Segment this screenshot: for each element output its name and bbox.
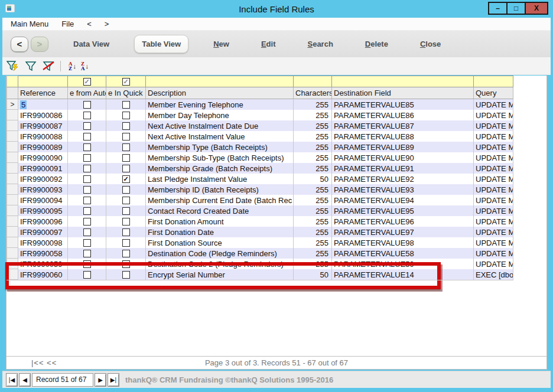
record-previous-button[interactable]: ◀ [19,373,31,387]
cell-reference[interactable]: IFR9900097 [18,227,68,237]
sort-descending-icon[interactable]: Z A ↓ [81,61,89,71]
from-auto-checkbox[interactable] [83,228,91,236]
cell-description[interactable]: First Donation Amount [146,216,294,227]
cell-characters[interactable]: 255 [294,227,332,237]
table-row-IFR9900089[interactable]: IFR9900089Membership Type (Batch Receipt… [6,142,513,152]
cell-destination-field[interactable]: PARAMETERVALUE86 [332,110,474,120]
column-header-characters[interactable]: Characters [294,87,332,99]
table-row-5[interactable]: >5Member Evening Telephone255PARAMETERVA… [6,99,513,110]
cell-description[interactable]: Member Evening Telephone [146,99,294,110]
nav-forward-button[interactable]: > [31,37,48,52]
record-first-button[interactable]: |◀ [6,373,18,387]
cell-query[interactable]: UPDATE M [474,152,513,163]
cell-description[interactable]: Membership Current End Date (Batch Rec [146,195,294,205]
cell-destination-field[interactable]: PARAMETERVALUE91 [332,163,474,174]
cell-query[interactable]: UPDATE M [474,248,513,259]
cell-description[interactable]: Last Pledge Instalment Value [146,174,294,184]
cell-reference[interactable]: IFR9900092 [18,174,68,184]
cell-query[interactable]: UPDATE M [474,120,513,131]
cell-query[interactable]: UPDATE M [474,163,513,174]
cell-reference[interactable]: IFR9900095 [18,205,68,216]
cell-query[interactable]: UPDATE M [474,184,513,195]
row-selector[interactable] [6,237,18,248]
cell-destination-field[interactable]: PARAMETERVALUE88 [332,131,474,142]
in-quick-checkbox[interactable] [122,122,130,130]
from-auto-checkbox[interactable] [83,207,91,215]
cell-reference[interactable]: IFR9900091 [18,163,68,174]
column-header-description[interactable]: Description [146,87,294,99]
filter-cell[interactable] [332,76,474,87]
toolbar-button-table-view[interactable]: Table View [134,35,188,53]
cell-reference[interactable]: IFR9900094 [18,195,68,205]
cell-query[interactable]: UPDATE M [474,227,513,237]
in-quick-checkbox[interactable] [122,239,130,247]
cell-destination-field[interactable]: PARAMETERVALUE98 [332,237,474,248]
cell-characters[interactable]: 255 [294,195,332,205]
cell-reference[interactable]: IFR9900088 [18,131,68,142]
cell-characters[interactable]: 255 [294,205,332,216]
toolbar-button-data-view[interactable]: Data View [66,35,116,53]
table-row-IFR9900086[interactable]: IFR9900086Member Day Telephone255PARAMET… [6,110,513,120]
table-row-IFR9900097[interactable]: IFR9900097First Donation Date255PARAMETE… [6,227,513,237]
cell-reference[interactable]: IFR9900086 [18,110,68,120]
filter-checkbox[interactable]: ✓ [122,78,130,86]
cell-destination-field[interactable]: PARAMETERVALUE92 [332,174,474,184]
cell-reference[interactable]: IFR9900087 [18,120,68,131]
cell-reference[interactable]: IFR9990058 [18,248,68,259]
nav-back-button[interactable]: < [11,37,28,52]
cell-characters[interactable]: 255 [294,163,332,174]
filter-cell[interactable] [474,76,513,87]
cell-description[interactable]: Destination Code (Pledge Reminders) [146,248,294,259]
from-auto-checkbox[interactable] [83,101,91,109]
filter-wizard-icon[interactable] [6,60,20,72]
menu-item-back[interactable]: < [80,18,98,30]
from-auto-checkbox[interactable] [83,133,91,141]
row-selector[interactable] [6,248,18,259]
sort-ascending-icon[interactable]: A Z ↓ [69,61,76,71]
row-selector[interactable] [6,163,18,174]
in-quick-checkbox[interactable] [122,207,130,215]
cell-destination-field[interactable]: PARAMETERVALUE93 [332,184,474,195]
cell-destination-field[interactable]: PARAMETERVALUE85 [332,99,474,110]
cell-destination-field[interactable]: PARAMETERVALUE89 [332,142,474,152]
row-selector[interactable] [6,216,18,227]
table-row-IFR9900094[interactable]: IFR9900094Membership Current End Date (B… [6,195,513,205]
from-auto-checkbox[interactable] [83,165,91,172]
cell-reference[interactable]: IFR9900093 [18,184,68,195]
cell-characters[interactable]: 255 [294,110,332,120]
cell-characters[interactable]: 255 [294,131,332,142]
column-header-e-from-auto[interactable]: e from Auto [68,87,106,99]
row-selector[interactable] [6,195,18,205]
toolbar-button-edit[interactable]: Edit [254,35,283,53]
from-auto-checkbox[interactable] [83,186,91,194]
cell-destination-field[interactable]: PARAMETERVALUE87 [332,120,474,131]
cell-description[interactable]: Membership Type (Batch Receipts) [146,142,294,152]
cell-query[interactable]: UPDATE M [474,142,513,152]
row-selector[interactable] [6,142,18,152]
cell-characters[interactable]: 255 [294,152,332,163]
cell-characters[interactable]: 255 [294,142,332,152]
cell-description[interactable]: Membership Sub-Type (Batch Receipts) [146,152,294,163]
cell-query[interactable]: UPDATE M [474,174,513,184]
minimize-button[interactable]: – [488,2,508,15]
table-row-IFR9990058[interactable]: IFR9990058Destination Code (Pledge Remin… [6,248,513,259]
from-auto-checkbox[interactable] [83,218,91,226]
cell-characters[interactable]: 255 [294,237,332,248]
cell-destination-field[interactable]: PARAMETERVALUE58 [332,248,474,259]
row-selector[interactable] [6,131,18,142]
in-quick-checkbox[interactable] [122,165,130,172]
table-row-IFR9900095[interactable]: IFR9900095Contact Record Created Date255… [6,205,513,216]
cell-destination-field[interactable]: PARAMETERVALUE97 [332,227,474,237]
in-quick-checkbox[interactable] [122,197,130,204]
cell-query[interactable]: UPDATE M [474,205,513,216]
cell-query[interactable]: UPDATE M [474,110,513,120]
menu-item-main-menu[interactable]: Main Menu [2,18,55,30]
table-row-IFR9900096[interactable]: IFR9900096First Donation Amount255PARAME… [6,216,513,227]
clear-filter-icon[interactable] [41,60,56,72]
row-selector[interactable]: > [6,99,18,110]
in-quick-checkbox[interactable] [122,112,130,119]
record-last-button[interactable]: ▶| [108,373,119,387]
in-quick-checkbox[interactable]: ✓ [122,175,130,183]
column-header-query[interactable]: Query [474,87,513,99]
in-quick-checkbox[interactable] [122,133,130,141]
